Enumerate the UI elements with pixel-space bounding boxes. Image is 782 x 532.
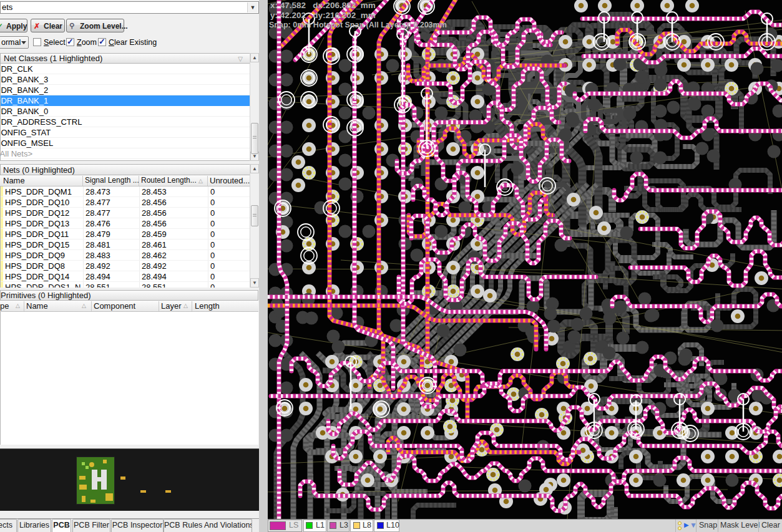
- svg-text:Snap: 0mm Hotspot Snap (All La: Snap: 0mm Hotspot Snap (All Layers): 0.2…: [269, 21, 447, 29]
- svg-text:y: 42.202 dy:216.202_mm: y: 42.202 dy:216.202_mm: [270, 11, 376, 20]
- svg-text:x: 47.582 dx:206.882_mm: x: 47.582 dx:206.882_mm: [270, 1, 376, 10]
